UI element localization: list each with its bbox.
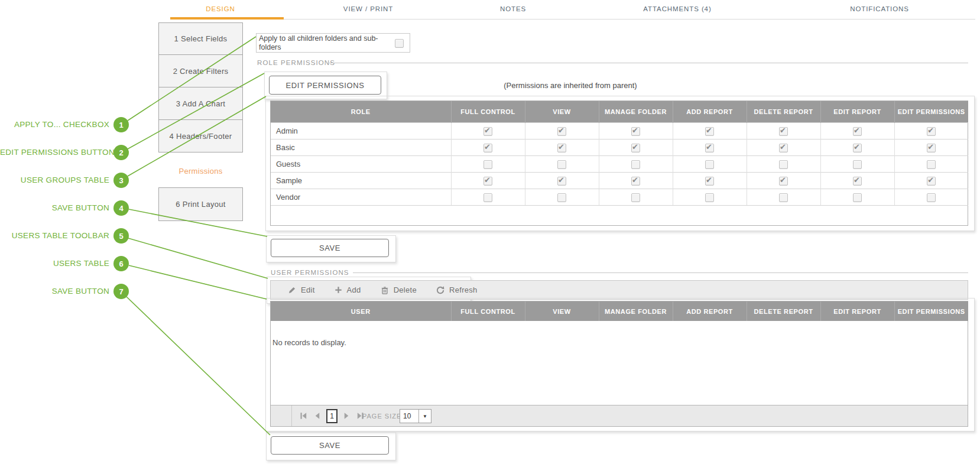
edit-user-label: Edit [301, 285, 315, 294]
permission-checkbox[interactable] [557, 144, 566, 152]
callout-label-users-table: USERS TABLE [0, 258, 109, 268]
permission-checkbox[interactable] [927, 193, 936, 202]
callout-circle-1: 1 [113, 117, 129, 132]
permission-checkbox[interactable] [483, 160, 492, 169]
column-header: DELETE REPORT [747, 101, 820, 123]
tab-bar-divider [170, 19, 975, 20]
sidebar-item-add-a-chart[interactable]: 3 Add A Chart [158, 87, 243, 120]
permission-checkbox[interactable] [705, 160, 714, 169]
apply-to-children-label: Apply to all children folders and sub-fo… [259, 34, 394, 52]
permission-checkbox[interactable] [853, 144, 862, 152]
column-header: EDIT REPORT [820, 301, 894, 321]
chevron-down-icon[interactable]: ▼ [418, 410, 431, 423]
users-table-toolbar: Edit Add Delete Refresh [270, 280, 968, 300]
column-header: FULL CONTROL [451, 301, 525, 321]
permission-checkbox[interactable] [557, 193, 566, 202]
next-page-icon [343, 411, 351, 420]
user-permissions-divider [353, 272, 968, 273]
column-header: ADD REPORT [673, 301, 747, 321]
permission-checkbox[interactable] [853, 177, 862, 186]
column-header: VIEW [525, 101, 599, 123]
refresh-users-button[interactable]: Refresh [436, 285, 478, 295]
permission-checkbox[interactable] [853, 193, 862, 202]
permission-checkbox[interactable] [557, 177, 566, 186]
role-grid: ROLEFULL CONTROLVIEWMANAGE FOLDERADD REP… [271, 101, 968, 206]
apply-to-children-box: Apply to all children folders and sub-fo… [256, 33, 410, 53]
callout-label-save-button-1: SAVE BUTTON [0, 203, 109, 213]
permission-checkbox[interactable] [631, 193, 640, 202]
callout-label-save-button-2: SAVE BUTTON [0, 286, 109, 296]
tab-notes[interactable]: NOTES [500, 5, 526, 12]
callout-label-users-toolbar: USERS TABLE TOOLBAR [0, 231, 109, 241]
next-page-button[interactable] [343, 411, 351, 420]
tab-design[interactable]: DESIGN [206, 5, 235, 12]
column-header: EDIT PERMISSIONS [894, 301, 968, 321]
permission-checkbox[interactable] [779, 144, 788, 152]
permission-checkbox[interactable] [483, 193, 492, 202]
column-header: FULL CONTROL [451, 101, 525, 123]
permission-checkbox[interactable] [483, 177, 492, 186]
prev-page-button[interactable] [313, 411, 321, 420]
callout-circle-5: 5 [113, 228, 129, 244]
table-row: Vendor [271, 189, 968, 206]
permission-checkbox[interactable] [779, 193, 788, 202]
permission-checkbox[interactable] [927, 177, 936, 186]
table-row: Guests [271, 156, 968, 173]
save-user-permissions-button[interactable]: SAVE [271, 436, 389, 455]
permission-checkbox[interactable] [557, 160, 566, 169]
column-header: ADD REPORT [673, 101, 747, 123]
permission-checkbox[interactable] [631, 127, 640, 136]
delete-user-label: Delete [394, 285, 417, 294]
delete-user-button[interactable]: Delete [380, 285, 417, 295]
permission-checkbox[interactable] [705, 177, 714, 186]
save-role-permissions-button[interactable]: SAVE [271, 239, 389, 257]
permission-checkbox[interactable] [779, 160, 788, 169]
users-table-header-row: USERFULL CONTROLVIEWMANAGE FOLDERADD REP… [271, 301, 968, 321]
permission-checkbox[interactable] [853, 127, 862, 136]
permission-checkbox[interactable] [705, 127, 714, 136]
sidebar-item-print-layout[interactable]: 6 Print Layout [158, 187, 243, 221]
sidebar-item-select-fields[interactable]: 1 Select Fields [158, 22, 243, 55]
pager-controls: 1 [299, 405, 365, 426]
permission-checkbox[interactable] [631, 160, 640, 169]
callout-label-edit-permissions: EDIT PERMISSIONS BUTTON [0, 147, 109, 157]
sidebar-item-create-filters[interactable]: 2 Create Filters [158, 54, 243, 87]
callout-circle-6: 6 [113, 256, 129, 271]
permission-checkbox[interactable] [779, 127, 788, 136]
permission-checkbox[interactable] [557, 127, 566, 136]
column-header: DELETE REPORT [747, 301, 820, 321]
role-name-cell: Admin [271, 123, 451, 139]
permission-checkbox[interactable] [631, 177, 640, 186]
current-page-button[interactable]: 1 [326, 409, 338, 423]
edit-user-button[interactable]: Edit [287, 285, 315, 295]
apply-to-children-checkbox[interactable] [395, 39, 404, 48]
permission-checkbox[interactable] [705, 144, 714, 152]
table-row: Sample [271, 173, 968, 189]
tab-notifications[interactable]: NOTIFICATIONS [850, 5, 909, 12]
permission-checkbox[interactable] [779, 177, 788, 186]
tab-attachments[interactable]: ATTACHMENTS (4) [643, 5, 711, 12]
user-permissions-table: USERFULL CONTROLVIEWMANAGE FOLDERADD REP… [270, 301, 968, 427]
role-table-header-row: ROLEFULL CONTROLVIEWMANAGE FOLDERADD REP… [271, 101, 968, 123]
refresh-users-label: Refresh [449, 285, 478, 294]
permission-checkbox[interactable] [705, 193, 714, 202]
callout-circle-7: 7 [113, 284, 129, 299]
permission-checkbox[interactable] [853, 160, 862, 169]
column-header: MANAGE FOLDER [599, 101, 673, 123]
permission-checkbox[interactable] [927, 127, 936, 136]
sidebar-item-headers-footer[interactable]: 4 Headers/Footer [158, 119, 243, 152]
permission-checkbox[interactable] [631, 144, 640, 152]
column-header: VIEW [525, 301, 599, 321]
permission-checkbox[interactable] [483, 144, 492, 152]
add-user-label: Add [347, 285, 361, 294]
edit-permissions-button[interactable]: EDIT PERMISSIONS [269, 76, 381, 95]
first-page-button[interactable] [299, 411, 308, 420]
add-user-button[interactable]: Add [334, 285, 361, 294]
sidebar-item-permissions-active[interactable]: Permissions [158, 163, 243, 179]
tab-view-print[interactable]: VIEW / PRINT [343, 5, 393, 12]
callout-circle-3: 3 [113, 173, 129, 188]
permission-checkbox[interactable] [927, 144, 936, 152]
page-size-dropdown[interactable]: 10 ▼ [400, 409, 431, 423]
permission-checkbox[interactable] [927, 160, 936, 169]
permission-checkbox[interactable] [483, 127, 492, 136]
